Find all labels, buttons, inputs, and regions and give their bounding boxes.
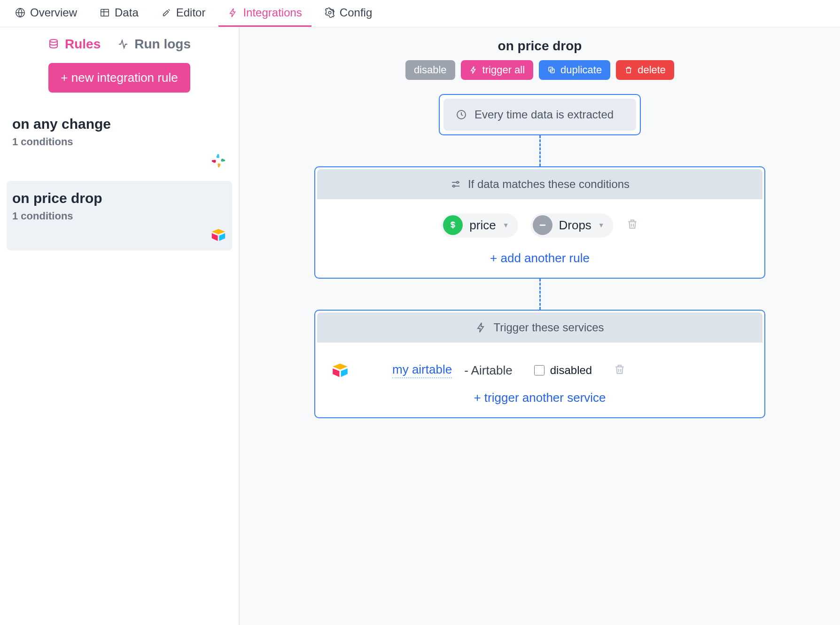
trigger-all-button[interactable]: trigger all bbox=[461, 60, 533, 80]
bolt-icon bbox=[475, 322, 487, 333]
trash-icon bbox=[614, 363, 626, 375]
bolt-icon bbox=[469, 66, 478, 74]
tab-integrations[interactable]: Integrations bbox=[218, 0, 311, 27]
svg-point-11 bbox=[457, 181, 459, 183]
tab-label: Overview bbox=[30, 6, 77, 19]
svg-rect-13 bbox=[539, 225, 545, 226]
condition-operator-select[interactable]: Drops ▼ bbox=[531, 213, 613, 237]
add-rule-link[interactable]: + add another rule bbox=[327, 251, 753, 266]
trash-icon bbox=[626, 218, 638, 230]
bolt-icon bbox=[228, 8, 238, 18]
svg-rect-4 bbox=[212, 160, 216, 162]
svg-rect-5 bbox=[217, 154, 219, 158]
database-icon bbox=[48, 39, 59, 50]
tab-editor[interactable]: Editor bbox=[152, 0, 215, 27]
tab-data[interactable]: Data bbox=[90, 0, 148, 27]
condition-field-label: price bbox=[469, 218, 496, 233]
sidebar: Rules Run logs + new integration rule on… bbox=[0, 27, 240, 625]
svg-point-12 bbox=[453, 185, 455, 187]
table-icon bbox=[100, 8, 110, 18]
service-type-label: - Airtable bbox=[464, 363, 513, 378]
dollar-icon bbox=[443, 215, 463, 235]
tab-label: Data bbox=[115, 6, 139, 19]
tab-label: Integrations bbox=[243, 6, 302, 19]
condition-field-select[interactable]: price ▼ bbox=[441, 213, 517, 237]
sidebar-tab-rules[interactable]: Rules bbox=[48, 37, 101, 52]
delete-service-button[interactable] bbox=[614, 363, 626, 377]
tab-label: Editor bbox=[176, 6, 206, 19]
tab-config[interactable]: Config bbox=[315, 0, 381, 27]
service-disabled-label: disabled bbox=[550, 364, 592, 377]
rule-item-conditions: 1 conditions bbox=[12, 136, 226, 148]
gear-icon bbox=[325, 8, 335, 18]
airtable-icon bbox=[331, 361, 349, 379]
service-disabled-checkbox[interactable] bbox=[534, 365, 544, 375]
new-integration-rule-button[interactable]: + new integration rule bbox=[48, 63, 190, 93]
conditions-header-label: If data matches these conditions bbox=[468, 178, 630, 191]
duplicate-button[interactable]: duplicate bbox=[539, 60, 610, 80]
minus-icon bbox=[533, 215, 552, 235]
svg-rect-6 bbox=[221, 159, 226, 161]
tab-overview[interactable]: Overview bbox=[6, 0, 86, 27]
service-row: my airtable - Airtable disabled bbox=[327, 357, 753, 391]
airtable-icon bbox=[210, 227, 226, 243]
trigger-node[interactable]: Every time data is extracted bbox=[439, 94, 641, 135]
activity-icon bbox=[117, 39, 129, 50]
services-node: Trigger these services my airtable - Air… bbox=[314, 310, 765, 418]
svg-point-3 bbox=[50, 39, 57, 42]
sidebar-tab-label: Rules bbox=[65, 37, 101, 52]
sliders-icon bbox=[450, 179, 461, 190]
disable-button[interactable]: disable bbox=[405, 60, 455, 80]
delete-condition-button[interactable] bbox=[626, 218, 638, 232]
trash-icon bbox=[624, 66, 633, 74]
rule-item-on-any-change[interactable]: on any change 1 conditions bbox=[7, 107, 232, 176]
tab-label: Config bbox=[340, 6, 372, 19]
tools-icon bbox=[161, 8, 171, 18]
rule-item-title: on any change bbox=[12, 116, 226, 132]
svg-rect-1 bbox=[101, 9, 109, 16]
chevron-down-icon: ▼ bbox=[598, 221, 605, 229]
service-name-link[interactable]: my airtable bbox=[392, 362, 452, 378]
svg-point-2 bbox=[328, 11, 331, 14]
sidebar-tab-label: Run logs bbox=[134, 37, 191, 52]
sidebar-tab-runlogs[interactable]: Run logs bbox=[117, 37, 191, 52]
rule-item-conditions: 1 conditions bbox=[12, 210, 226, 222]
add-service-link[interactable]: + trigger another service bbox=[327, 391, 753, 405]
flow-connector bbox=[539, 279, 541, 310]
flow-connector bbox=[539, 135, 541, 166]
clock-icon bbox=[456, 109, 467, 120]
rule-item-title: on price drop bbox=[12, 190, 226, 206]
service-disabled-toggle[interactable]: disabled bbox=[534, 364, 592, 377]
copy-icon bbox=[547, 66, 556, 74]
svg-rect-7 bbox=[218, 164, 220, 168]
main-content: on price drop disable trigger all duplic… bbox=[240, 27, 840, 625]
chevron-down-icon: ▼ bbox=[503, 221, 509, 229]
slack-icon bbox=[210, 153, 226, 169]
conditions-node: If data matches these conditions price ▼… bbox=[314, 166, 765, 279]
condition-operator-label: Drops bbox=[559, 218, 591, 233]
services-header-label: Trigger these services bbox=[493, 321, 604, 334]
globe-icon bbox=[15, 8, 25, 18]
delete-button[interactable]: delete bbox=[616, 60, 674, 80]
page-title: on price drop bbox=[258, 39, 821, 54]
top-nav: Overview Data Editor Integrations Config bbox=[0, 0, 840, 27]
rule-item-on-price-drop[interactable]: on price drop 1 conditions bbox=[7, 181, 232, 250]
trigger-node-label: Every time data is extracted bbox=[474, 108, 614, 121]
